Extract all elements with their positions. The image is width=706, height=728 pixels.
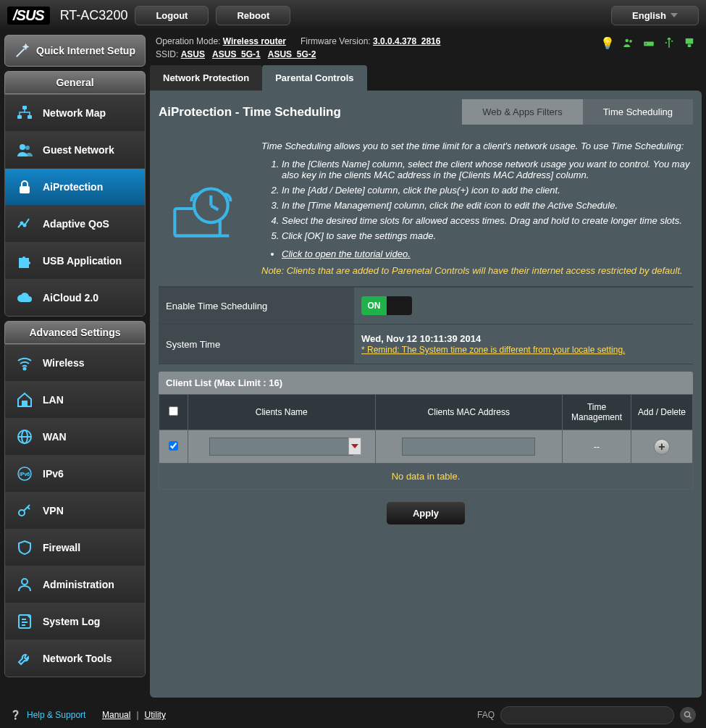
help-icon: ❔ (10, 710, 21, 720)
guest-icon (15, 141, 34, 159)
sidebar-item-wan[interactable]: WAN (5, 419, 145, 456)
fw-link[interactable]: 3.0.0.4.378_2816 (373, 36, 440, 46)
system-time-value: Wed, Nov 12 10:11:39 2014 (361, 333, 686, 344)
sidebar-item-firewall[interactable]: Firewall (5, 530, 145, 566)
select-all-checkbox[interactable] (169, 406, 178, 416)
reboot-button[interactable]: Reboot (216, 6, 290, 25)
sidebar-item-lan[interactable]: LAN (5, 382, 145, 419)
triangle-down-icon (351, 444, 358, 448)
chevron-down-icon (671, 13, 678, 17)
step-text: Select the desired time slots for allowe… (282, 215, 690, 226)
svg-point-4 (25, 146, 30, 150)
description-text: Time Scheduling allows you to set the ti… (261, 141, 690, 276)
sidebar-item-network-map[interactable]: Network Map (5, 95, 145, 132)
cloud-icon (15, 288, 34, 307)
ssid-link-3[interactable]: ASUS_5G-2 (268, 49, 316, 59)
device-status-icon[interactable] (683, 36, 696, 52)
quick-internet-setup-button[interactable]: Quick Internet Setup (4, 35, 146, 67)
router-status-icon[interactable] (642, 36, 655, 52)
svg-rect-22 (688, 44, 692, 47)
users-status-icon[interactable] (622, 36, 635, 52)
bulb-icon[interactable]: 💡 (600, 36, 615, 52)
op-mode-link[interactable]: Wireless router (223, 36, 286, 46)
intro-text: Time Scheduling allows you to set the ti… (261, 141, 690, 151)
row-checkbox[interactable] (169, 441, 178, 451)
ssid-label: SSID: (156, 49, 181, 59)
enable-time-scheduling-label: Enable Time Scheduling (159, 288, 354, 325)
svg-rect-9 (22, 401, 27, 406)
sidebar-item-wireless[interactable]: Wireless (5, 345, 145, 382)
op-mode-label: Operation Mode: (156, 36, 223, 46)
sidebar-item-aicloud[interactable]: AiCloud 2.0 (5, 280, 145, 316)
timezone-remind-link[interactable]: * Remind: The System time zone is differ… (361, 345, 625, 355)
footer-bar: ❔ Help & Support Manual | Utility FAQ (0, 702, 706, 728)
sidebar-item-guest-network[interactable]: Guest Network (5, 132, 145, 169)
sidebar-item-administration[interactable]: Administration (5, 566, 145, 603)
time-management-cell: -- (563, 430, 631, 464)
sidebar-item-label: System Log (43, 616, 100, 627)
sidebar-item-vpn[interactable]: VPN (5, 493, 145, 530)
sidebar-item-adaptive-qos[interactable]: Adaptive QoS (5, 206, 145, 243)
sidebar-item-usb-application[interactable]: USB Application (5, 243, 145, 280)
col-clients-name: Clients Name (188, 395, 376, 430)
home-icon (15, 390, 34, 409)
system-time-label: System Time (159, 325, 354, 364)
step-text: In the [Clients Name] column, select the… (282, 159, 690, 180)
tab-parental-controls[interactable]: Parental Controls (262, 65, 366, 91)
client-name-dropdown-button[interactable] (348, 438, 361, 455)
wand-icon (14, 43, 30, 59)
shield-icon (15, 538, 34, 557)
sidebar-item-label: IPv6 (43, 468, 64, 480)
sidebar-item-label: Network Tools (43, 653, 112, 664)
tab-network-protection[interactable]: Network Protection (150, 65, 262, 91)
person-icon (15, 575, 34, 594)
svg-point-20 (646, 43, 647, 45)
tools-icon (15, 649, 34, 668)
top-tabs: Network Protection Parental Controls (150, 65, 702, 91)
svg-point-25 (685, 712, 690, 717)
client-name-input[interactable] (209, 438, 353, 456)
clock-illustration-icon (161, 141, 248, 276)
sidebar-item-label: AiProtection (43, 181, 103, 193)
col-add-delete: Add / Delete (631, 395, 693, 430)
advanced-header: Advanced Settings (4, 321, 146, 344)
tutorial-link[interactable]: Click to open the tutorial video. (282, 248, 411, 259)
puzzle-icon (15, 251, 34, 270)
svg-rect-1 (17, 115, 22, 119)
sidebar-item-label: Guest Network (43, 144, 114, 156)
svg-rect-5 (20, 186, 30, 193)
subtab-web-apps-filters[interactable]: Web & Apps Filters (462, 99, 582, 125)
qos-icon (15, 214, 34, 233)
faq-search-button[interactable] (680, 707, 696, 723)
client-mac-input[interactable] (402, 438, 535, 456)
help-support-label: Help & Support (27, 710, 85, 720)
usb-status-icon[interactable] (663, 36, 676, 52)
sidebar-item-network-tools[interactable]: Network Tools (5, 640, 145, 677)
enable-time-scheduling-toggle[interactable]: ON (361, 296, 412, 315)
faq-search-input[interactable] (500, 706, 674, 724)
logout-button[interactable]: Logout (135, 6, 209, 25)
globe-icon (15, 427, 34, 446)
log-icon (15, 612, 34, 631)
apply-button[interactable]: Apply (386, 501, 466, 525)
subtab-time-scheduling[interactable]: Time Scheduling (583, 99, 693, 125)
add-client-button[interactable]: + (654, 439, 670, 455)
language-select[interactable]: English (611, 6, 699, 25)
model-name: RT-AC3200 (60, 8, 128, 23)
table-row: -- + (159, 430, 693, 464)
sidebar-item-aiprotection[interactable]: AiProtection (5, 169, 145, 206)
client-list-header: Client List (Max Limit : 16) (159, 372, 693, 394)
sidebar-item-ipv6[interactable]: IPv6 IPv6 (5, 456, 145, 493)
sidebar-item-label: Network Map (43, 107, 106, 119)
svg-point-8 (24, 368, 26, 370)
svg-point-7 (24, 225, 26, 227)
search-icon (684, 711, 692, 719)
utility-link[interactable]: Utility (145, 710, 166, 720)
general-header: General (4, 71, 146, 94)
ssid-link-2[interactable]: ASUS_5G-1 (212, 49, 261, 59)
footer-separator: | (136, 710, 138, 720)
step-text: In the [Time Management] column, click t… (282, 200, 690, 211)
sidebar-item-system-log[interactable]: System Log (5, 603, 145, 640)
manual-link[interactable]: Manual (102, 710, 130, 720)
ssid-link-1[interactable]: ASUS (181, 49, 205, 59)
